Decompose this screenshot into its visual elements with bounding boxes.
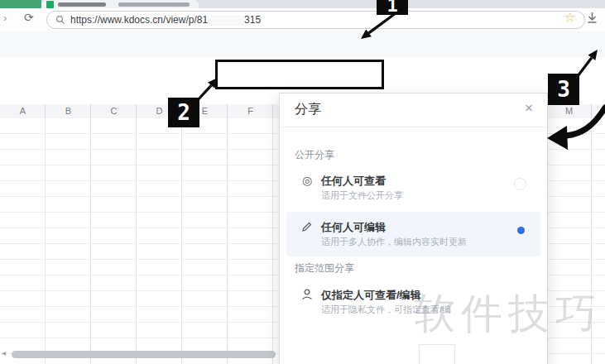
option-subtitle: 适用于多人协作，编辑内容实时更新 xyxy=(321,236,467,248)
step-1-badge: 1 xyxy=(377,0,408,15)
public-share-section-header: 公开分享 xyxy=(295,148,334,162)
horizontal-scrollbar-thumb[interactable] xyxy=(12,351,276,358)
radio-unselected[interactable] xyxy=(514,178,526,190)
scoped-share-section-header: 指定范围分享 xyxy=(295,261,354,275)
reload-icon[interactable]: ⟳ xyxy=(24,11,34,24)
url-redacted-blur xyxy=(208,16,244,26)
column-header-m[interactable]: M xyxy=(546,106,592,116)
browser-address-bar: › ⟳ https://www.kdocs.cn/view/p/81315 ☆ xyxy=(0,8,605,32)
tab-title-text xyxy=(58,2,106,7)
person-icon xyxy=(300,288,314,301)
option-anyone-can-view[interactable]: ◎ 任何人可查看 适用于文件公开分享 xyxy=(286,168,540,208)
kdocs-spreadsheet-screen: › ⟳ https://www.kdocs.cn/view/p/81315 ☆ … xyxy=(0,0,605,364)
download-icon[interactable] xyxy=(586,12,598,25)
column-header-f[interactable]: F xyxy=(228,106,273,116)
qr-code-partial-box xyxy=(419,344,455,364)
view-eye-icon: ◎ xyxy=(300,174,314,187)
pencil-edit-icon xyxy=(300,220,314,233)
step-2-badge: 2 xyxy=(168,98,199,127)
scroll-left-arrow-icon[interactable]: ◂ xyxy=(2,348,6,357)
close-icon[interactable]: × xyxy=(525,100,533,117)
option-anyone-can-edit[interactable]: 任何人可编辑 适用于多人协作，编辑内容实时更新 xyxy=(286,212,540,256)
url-text: https://www.kdocs.cn/view/p/81315 xyxy=(70,14,261,26)
column-header-b[interactable]: B xyxy=(46,106,91,116)
radio-selected[interactable] xyxy=(517,227,525,234)
url-input[interactable]: https://www.kdocs.cn/view/p/81315 xyxy=(46,11,585,29)
dialog-title: 分享 xyxy=(295,101,321,118)
kdocs-favicon-icon xyxy=(46,1,54,8)
browser-tab-pinned[interactable] xyxy=(0,0,41,8)
column-header-c[interactable]: C xyxy=(91,106,137,116)
bookmark-star-icon[interactable]: ☆ xyxy=(564,10,575,25)
share-dialog: 分享 × 公开分享 ◎ 任何人可查看 适用于文件公开分享 任何人可编辑 适用于多… xyxy=(279,93,548,364)
collaborate-toolbar: ▦ 列权限 ▦ 区域权限 ▤ 收集表 ▾ xyxy=(0,58,605,90)
tab-title-text-2 xyxy=(118,2,190,7)
option-specified-people[interactable]: 仅指定人可查看/编辑 适用于隐私文件，可指定查看/编 xyxy=(286,282,540,322)
option-title: 任何人可编辑 xyxy=(321,220,386,235)
option-subtitle: 适用于文件公开分享 xyxy=(321,189,403,202)
option-subtitle: 适用于隐私文件，可指定查看/编 xyxy=(321,304,451,316)
step-3-badge: 3 xyxy=(548,74,579,105)
search-icon xyxy=(55,15,65,25)
browser-tab-strip xyxy=(0,0,605,8)
divider xyxy=(280,127,547,127)
app-menubar: S 工作簿1 ☆ ✓ 自动保存所有内... 开始 插入 数据 公式 协作 视图 … xyxy=(0,31,605,59)
option-title: 任何人可查看 xyxy=(321,174,386,189)
forward-icon[interactable]: › xyxy=(3,12,7,24)
column-header-a[interactable]: A xyxy=(0,106,46,116)
option-title: 仅指定人可查看/编辑 xyxy=(321,288,421,303)
